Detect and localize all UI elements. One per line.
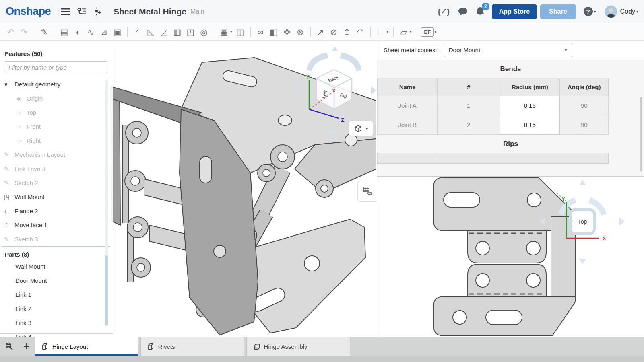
toolbar-divider xyxy=(127,27,128,37)
chevron-down-icon[interactable]: ▾ xyxy=(230,30,232,34)
chevron-down-icon[interactable]: ▾ xyxy=(434,30,436,34)
features-title: Features (50) xyxy=(5,50,108,57)
rollback-bar[interactable] xyxy=(2,246,110,247)
bends-table: Name # Radius (mm) Angle (deg) Joint A 1… xyxy=(377,78,609,135)
bend-angle-cell: 90 xyxy=(560,115,609,135)
transform-icon[interactable]: ✥ xyxy=(281,28,294,36)
feature-move-face-1[interactable]: ⇧ Move face 1 xyxy=(0,218,113,232)
chamfer-icon[interactable]: ◺ xyxy=(144,28,157,36)
delete-face-icon[interactable]: ⊘ xyxy=(327,28,341,36)
part-studio-icon xyxy=(41,343,49,350)
part-item[interactable]: Link 3 xyxy=(0,316,113,330)
onshape-window: Onshape Sheet Metal Hinge Main {✓} 2 App… xyxy=(0,0,644,362)
feature-origin[interactable]: ◉ Origin xyxy=(0,91,113,105)
linear-pattern-icon[interactable]: ▦ xyxy=(217,28,231,36)
feature-mechanism-layout[interactable]: ✎ Mechanism Layout xyxy=(0,148,113,162)
replace-face-icon[interactable]: ↥ xyxy=(341,28,354,36)
part-item[interactable]: Link 1 xyxy=(0,288,113,302)
feature-sketch-3[interactable]: ✎ Sketch 3 xyxy=(0,232,113,246)
window-bottom-edge xyxy=(0,356,644,362)
app-store-button[interactable]: App Store xyxy=(492,4,537,19)
notification-badge: 2 xyxy=(482,3,489,10)
chevron-down-icon[interactable]: ▾ xyxy=(410,30,412,34)
flat-pattern-view[interactable]: Top Y X xyxy=(377,176,644,338)
mirror-icon[interactable]: ◫ xyxy=(234,28,247,36)
user-avatar[interactable] xyxy=(605,5,617,18)
feature-link-layout[interactable]: ✎ Link Layout xyxy=(0,162,113,176)
bend-radius-input[interactable]: 0.15 xyxy=(500,115,560,135)
user-menu[interactable]: Cody xyxy=(620,8,635,15)
hole-icon[interactable]: ◎ xyxy=(197,28,211,36)
revolve-icon[interactable]: ◖ xyxy=(71,28,84,36)
search-tabs-icon[interactable] xyxy=(5,341,16,351)
bend-radius-input[interactable]: 0.15 xyxy=(500,96,560,115)
custom-feature-ef-button[interactable]: EF xyxy=(421,27,434,37)
feature-filter-input[interactable] xyxy=(5,61,107,73)
dropdown-arrow-icon: ▼ xyxy=(564,48,568,52)
bends-col-name: Name xyxy=(378,78,438,96)
tab-hinge-layout[interactable]: Hinge Layout xyxy=(35,337,138,356)
flat-pattern-toggle-button[interactable] xyxy=(357,181,377,202)
part-item[interactable]: Wall Mount xyxy=(0,259,113,274)
add-tab-button[interactable]: + xyxy=(23,341,30,352)
tab-rivets[interactable]: Rivets xyxy=(140,337,244,356)
main-menu-icon[interactable] xyxy=(59,5,72,19)
part-item[interactable]: Link 2 xyxy=(0,302,113,316)
chevron-down-icon: ▾ xyxy=(594,9,596,14)
feature-flange-2[interactable]: ∟ Flange 2 xyxy=(0,204,113,218)
thicken-icon[interactable]: ▣ xyxy=(111,28,124,36)
flat-cube-label: Top xyxy=(578,218,587,225)
loft-icon[interactable]: ⊿ xyxy=(97,28,111,36)
sheet-metal-flange-icon[interactable]: ∟ xyxy=(374,28,387,36)
tab-hinge-assembly[interactable]: Hinge Assembly xyxy=(246,337,350,356)
feature-plane-top[interactable]: ▱ Top xyxy=(0,105,113,119)
feature-plane-front[interactable]: ▱ Front xyxy=(0,119,113,134)
help-menu[interactable]: ? ▾ xyxy=(584,7,596,16)
toolbar-divider xyxy=(214,27,214,37)
part-item[interactable]: Door Mount xyxy=(0,274,113,288)
featurescript-icon[interactable]: {✓} xyxy=(438,7,450,16)
fillet-icon[interactable]: ◜ xyxy=(131,28,144,36)
feature-type-icon: ✎ xyxy=(4,236,14,243)
feature-type-icon: ▱ xyxy=(16,123,27,130)
delete-part-icon[interactable]: ⊗ xyxy=(294,28,307,36)
parts-scrollbar-thumb[interactable] xyxy=(105,255,108,326)
onshape-logo[interactable]: Onshape xyxy=(6,5,51,18)
versions-history-icon[interactable] xyxy=(75,5,89,19)
sweep-icon[interactable]: ∿ xyxy=(84,28,97,36)
undo-icon[interactable]: ↶ xyxy=(4,28,17,36)
feature-plane-right[interactable]: ▱ Right xyxy=(0,134,113,148)
panel-scrollbar-thumb[interactable] xyxy=(640,97,642,171)
extrude-icon[interactable]: ▤ xyxy=(58,28,71,36)
sheet-metal-model-icon[interactable]: ▱ xyxy=(397,28,410,36)
workspace-name[interactable]: Main xyxy=(190,8,204,15)
redo-icon[interactable]: ↷ xyxy=(17,28,31,36)
flat-pattern-drawing[interactable]: Top Y X xyxy=(377,177,644,338)
sheet-metal-context-select[interactable]: Door Mount ▼ xyxy=(444,43,573,57)
move-face-icon[interactable]: ↗ xyxy=(314,28,327,36)
rib-icon[interactable]: ▥ xyxy=(171,28,184,36)
modify-fillet-icon[interactable]: ◠ xyxy=(354,28,367,36)
insert-new-element-icon[interactable] xyxy=(91,5,105,19)
view-options-button[interactable]: ▾ xyxy=(349,121,374,136)
toolbar-divider xyxy=(250,27,251,37)
feature-default-geometry[interactable]: ∨ Default geometry xyxy=(0,77,113,91)
notifications-bell-icon[interactable]: 2 xyxy=(475,6,485,17)
feature-wall-mount[interactable]: ◳ Wall Mount xyxy=(0,190,113,204)
shell-icon[interactable]: ◳ xyxy=(184,28,197,36)
table-row: Joint B 2 0.15 90 xyxy=(378,115,609,135)
help-icon[interactable]: ? xyxy=(584,7,593,16)
table-row: Joint A 1 0.15 90 xyxy=(378,96,609,115)
chevron-down-icon[interactable]: ▾ xyxy=(387,30,389,34)
feature-scrollbar-track[interactable] xyxy=(105,80,108,281)
sketch-icon[interactable]: ✎ xyxy=(37,28,51,36)
split-icon[interactable]: ◧ xyxy=(267,28,281,36)
comments-icon[interactable] xyxy=(458,7,468,16)
feature-sketch-2[interactable]: ✎ Sketch 2 xyxy=(0,176,113,190)
boolean-icon[interactable]: ∞ xyxy=(254,28,267,36)
feature-toolbar: ↶ ↷ ✎ ▤ ◖ xyxy=(0,23,644,41)
share-button[interactable]: Share xyxy=(540,4,576,19)
draft-icon[interactable]: ◿ xyxy=(157,28,171,36)
flat-pattern-grid-icon xyxy=(362,186,373,196)
feature-type-icon: ▱ xyxy=(16,109,27,116)
